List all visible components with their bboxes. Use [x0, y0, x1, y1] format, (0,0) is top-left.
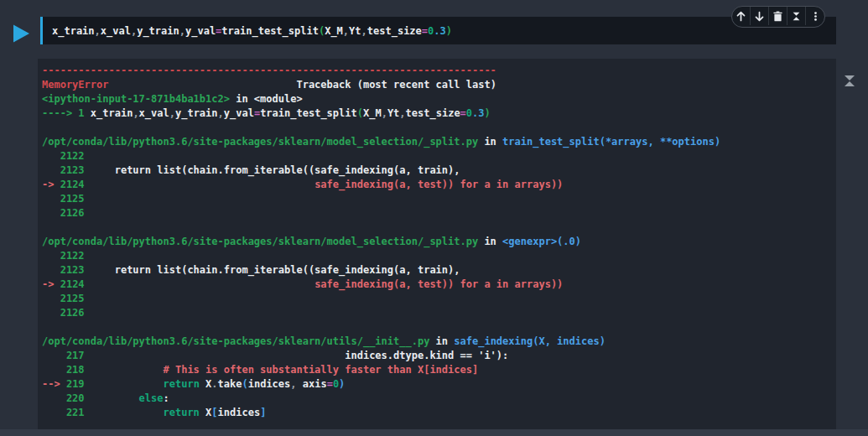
traceback-line: MemoryError Traceback (most recent call … — [42, 78, 836, 92]
traceback-line: 2123 return list(chain.from_iterable((sa… — [42, 164, 836, 178]
traceback-line: /opt/conda/lib/python3.6/site-packages/s… — [42, 335, 836, 349]
kebab-menu-icon — [810, 11, 821, 22]
traceback-output: ----------------------------------------… — [38, 59, 836, 420]
traceback-line: <ipython-input-17-871b4ba1b1c2> in <modu… — [42, 92, 836, 106]
play-icon — [11, 23, 31, 44]
traceback-line: /opt/conda/lib/python3.6/site-packages/s… — [42, 235, 836, 249]
collapse-icon — [791, 11, 802, 22]
bottom-divider — [0, 429, 868, 436]
arrow-up-icon — [735, 11, 746, 22]
traceback-line: 2125 — [42, 192, 836, 206]
traceback-line: 2123 return list(chain.from_iterable((sa… — [42, 263, 836, 278]
traceback-line: /opt/conda/lib/python3.6/site-packages/s… — [42, 135, 836, 149]
traceback-line: 2125 — [42, 292, 836, 306]
traceback-line: --> 219 return X.take(indices, axis=0) — [42, 377, 836, 392]
traceback-line: ----> 1 x_train,x_val,y_train,y_val=trai… — [42, 106, 836, 121]
cell-code[interactable]: x_train,x_val,y_train,y_val=train_test_s… — [43, 25, 452, 37]
trash-icon — [772, 11, 783, 22]
collapse-cell-button[interactable] — [787, 7, 806, 25]
cell-toolbar — [731, 6, 825, 28]
traceback-line: 2122 — [42, 249, 836, 263]
delete-cell-button[interactable] — [769, 7, 787, 25]
traceback-line — [42, 221, 836, 235]
traceback-line: 2126 — [42, 206, 836, 221]
traceback-line: 220 else: — [42, 392, 836, 406]
run-cell-button[interactable] — [11, 23, 31, 44]
traceback-line: -> 2124 safe_indexing(a, test)) for a in… — [42, 178, 836, 192]
output-area: ----------------------------------------… — [38, 59, 836, 429]
traceback-line — [42, 121, 836, 135]
move-cell-down-button[interactable] — [751, 7, 769, 25]
traceback-line: 218 # This is often substantially faster… — [42, 363, 836, 377]
traceback-line: ----------------------------------------… — [42, 64, 836, 78]
arrow-down-icon — [754, 11, 765, 22]
traceback-line: 2122 — [42, 149, 836, 164]
traceback-line: -> 2124 safe_indexing(a, test)) for a in… — [42, 278, 836, 292]
collapse-output-icon — [841, 76, 858, 92]
traceback-line: 221 return X[indices] — [42, 406, 836, 420]
move-cell-up-button[interactable] — [732, 7, 751, 25]
traceback-line: 2126 — [42, 306, 836, 320]
code-cell[interactable]: x_train,x_val,y_train,y_val=train_test_s… — [40, 17, 836, 44]
more-options-button[interactable] — [806, 7, 824, 25]
collapse-output-button[interactable] — [841, 72, 858, 89]
traceback-line: 217 indices.dtype.kind == 'i'): — [42, 349, 836, 363]
traceback-line — [42, 320, 836, 335]
